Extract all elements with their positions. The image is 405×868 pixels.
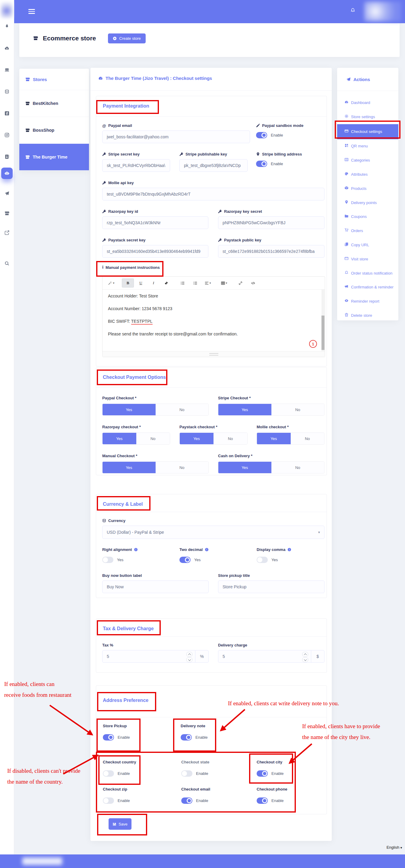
action-coupons[interactable]: Coupons <box>337 210 398 224</box>
action-store-settings[interactable]: Store settings <box>337 110 398 124</box>
store-item-the-burger-time[interactable]: The Burger Time <box>19 144 89 170</box>
action-confirmation-reminder[interactable]: Confirmation & reminder <box>337 280 398 294</box>
info-icon[interactable] <box>205 548 209 552</box>
language-selector[interactable]: English ▾ <box>372 845 402 849</box>
editor-scrollbar[interactable] <box>321 290 324 351</box>
editor-resize-handle[interactable] <box>103 351 325 357</box>
bold-button[interactable]: B <box>122 278 134 287</box>
create-store-button[interactable]: Create store <box>108 33 146 43</box>
yes-button[interactable]: Yes <box>257 433 291 444</box>
no-button[interactable]: No <box>291 433 324 444</box>
action-delete-store[interactable]: Delete store <box>337 309 398 323</box>
action-delivery-points[interactable]: Delivery points <box>337 196 398 210</box>
stripe-billing-toggle[interactable] <box>256 161 267 167</box>
mollie-api-key-input[interactable] <box>102 188 324 200</box>
action-dashboard[interactable]: Dashboard <box>337 96 398 110</box>
checkout-city-toggle[interactable] <box>257 770 268 777</box>
store-pickup-toggle[interactable] <box>103 734 114 741</box>
store-icon-rail[interactable] <box>0 211 14 217</box>
action-products[interactable]: Products <box>337 182 398 196</box>
info-icon[interactable] <box>134 548 138 552</box>
checkout-email-toggle[interactable] <box>181 798 193 804</box>
store-item-bestkitchen[interactable]: BestKitchen <box>19 90 89 117</box>
stripe-publishable-input[interactable] <box>179 159 248 172</box>
underline-button[interactable]: U <box>135 279 147 287</box>
address-book-icon[interactable] <box>0 154 14 160</box>
no-button[interactable]: No <box>136 433 170 444</box>
action-orders[interactable]: Orders <box>337 224 398 238</box>
robot-icon-active[interactable] <box>1 167 13 179</box>
ordered-list-button[interactable] <box>190 279 201 287</box>
unordered-list-button[interactable] <box>177 279 188 287</box>
info-icon[interactable] <box>287 548 291 552</box>
editor-content[interactable]: Account Holder: Test Store Account Numbe… <box>103 289 321 351</box>
link-button[interactable] <box>235 279 246 287</box>
save-button[interactable]: Save <box>109 818 132 830</box>
tax-percent-input[interactable] <box>103 654 176 659</box>
yes-button[interactable]: Yes <box>103 462 155 473</box>
table-button[interactable]: ▾ <box>218 279 230 287</box>
checkout-zip-toggle[interactable] <box>103 798 114 804</box>
checkout-state-toggle[interactable] <box>181 770 193 777</box>
number-stepper[interactable] <box>302 652 308 662</box>
cloud-download-icon[interactable] <box>0 46 14 52</box>
action-checkout-settings[interactable]: Checkout settings <box>337 124 398 140</box>
action-visit-store[interactable]: Visit store <box>337 252 398 267</box>
laptop-code-icon[interactable] <box>0 67 14 73</box>
razorpay-key-id-input[interactable] <box>102 216 208 229</box>
no-button[interactable]: No <box>271 462 324 473</box>
action-reminder-report[interactable]: Reminder report <box>337 294 398 309</box>
magic-style-button[interactable]: ▾ <box>106 279 117 287</box>
currency-select[interactable]: USD (Dollar) - PayPal & Stripe ▾ <box>102 526 324 539</box>
no-button[interactable]: No <box>155 462 209 473</box>
instagram-icon[interactable] <box>0 133 14 138</box>
paypal-email-input[interactable] <box>102 130 250 143</box>
no-button[interactable]: No <box>271 404 324 415</box>
action-copy-url[interactable]: Copy URL <box>337 238 398 252</box>
yes-button[interactable]: Yes <box>180 433 213 444</box>
delivery-charge-input[interactable] <box>218 654 292 659</box>
yes-button[interactable]: Yes <box>218 404 271 415</box>
facebook-icon[interactable] <box>0 111 14 117</box>
paper-plane-icon[interactable] <box>0 191 14 197</box>
razorpay-key-secret-input[interactable] <box>218 216 324 229</box>
paypal-sandbox-toggle[interactable] <box>256 132 267 138</box>
paystack-public-input[interactable] <box>218 245 324 258</box>
yes-button[interactable]: Yes <box>103 404 155 415</box>
italic-button[interactable]: I <box>148 279 159 287</box>
editor-line: Account Holder: Test Store <box>108 293 315 299</box>
store-pickup-title-input[interactable] <box>218 581 324 593</box>
key-icon <box>102 152 106 156</box>
yes-button[interactable]: Yes <box>218 462 271 473</box>
display-comma-toggle[interactable] <box>257 557 268 563</box>
right-alignment-toggle[interactable] <box>102 557 113 563</box>
store-item-bossshop[interactable]: BossShop <box>19 117 89 144</box>
action-qr-menu[interactable]: QR menu <box>337 139 398 153</box>
checkout-country-toggle[interactable] <box>103 770 114 777</box>
buy-now-label-input[interactable] <box>102 581 209 593</box>
paystack-secret-input[interactable] <box>102 245 208 258</box>
delivery-note-toggle[interactable] <box>181 734 192 741</box>
number-stepper[interactable] <box>186 652 193 662</box>
stripe-secret-input[interactable] <box>102 159 170 172</box>
hamburger-menu-icon[interactable] <box>28 9 35 15</box>
paragraph-align-button[interactable]: ▾ <box>202 279 213 287</box>
tax-percent-field: Tax % % <box>102 643 209 663</box>
coins-icon[interactable] <box>0 89 14 95</box>
two-decimal-toggle[interactable] <box>179 557 191 563</box>
eraser-button[interactable] <box>161 279 172 287</box>
action-attributes[interactable]: Attributes <box>337 167 398 182</box>
flame-icon[interactable] <box>0 24 14 30</box>
no-button[interactable]: No <box>155 404 209 415</box>
checkout-phone-toggle[interactable] <box>257 798 268 804</box>
action-order-status-notification[interactable]: Order status notification <box>337 267 398 281</box>
no-button[interactable]: No <box>213 433 247 444</box>
manual-instructions-editor[interactable]: ▾ B U I ▾ ▾ Account Hol <box>102 276 325 357</box>
action-categories[interactable]: Categories <box>337 153 398 167</box>
code-view-button[interactable] <box>247 279 259 287</box>
search-icon[interactable] <box>0 261 14 267</box>
share-icon[interactable] <box>0 230 14 236</box>
user-avatar[interactable] <box>364 1 401 22</box>
yes-button[interactable]: Yes <box>103 433 136 444</box>
notifications-bell-icon[interactable] <box>350 8 355 14</box>
